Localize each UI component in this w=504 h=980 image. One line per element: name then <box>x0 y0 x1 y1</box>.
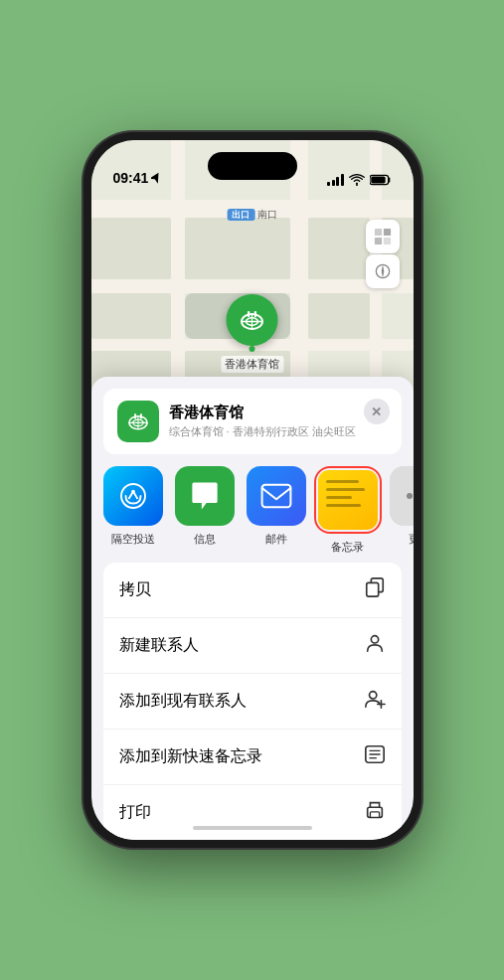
person-icon <box>364 632 386 659</box>
quick-note-label: 添加到新快速备忘录 <box>119 746 262 767</box>
airdrop-symbol <box>118 481 148 511</box>
svg-rect-17 <box>134 413 136 418</box>
svg-rect-18 <box>139 413 141 418</box>
share-row: 隔空投送 信息 <box>91 454 414 563</box>
add-contact-label: 添加到现有联系人 <box>119 691 247 712</box>
person-add-symbol <box>364 688 386 710</box>
new-contact-label: 新建联系人 <box>119 635 199 656</box>
share-mail[interactable]: 邮件 <box>247 466 306 547</box>
svg-rect-31 <box>370 812 379 818</box>
svg-rect-5 <box>383 238 390 245</box>
svg-rect-23 <box>366 582 378 596</box>
svg-rect-11 <box>248 311 250 317</box>
battery-icon <box>370 174 392 186</box>
share-more[interactable]: 更多 <box>390 466 414 547</box>
share-icons-container: 隔空投送 信息 <box>103 466 402 555</box>
exit-tag: 出口 <box>227 209 254 221</box>
pin-label: 香港体育馆 <box>221 356 283 373</box>
share-airdrop[interactable]: 隔空投送 <box>103 466 163 547</box>
status-icons <box>327 174 392 186</box>
person-symbol <box>364 632 386 654</box>
copy-symbol <box>364 576 386 598</box>
svg-point-20 <box>131 490 135 494</box>
map-label: 出口 南口 <box>227 208 277 222</box>
more-icon <box>390 466 414 526</box>
venue-info: 香港体育馆 综合体育馆 · 香港特别行政区 油尖旺区 <box>169 404 388 439</box>
note-symbol <box>364 743 386 765</box>
airdrop-icon <box>103 466 163 526</box>
venue-card: 香港体育馆 综合体育馆 · 香港特别行政区 油尖旺区 ✕ <box>103 389 402 454</box>
pin-dot <box>250 346 255 352</box>
stadium-pin[interactable]: 香港体育馆 <box>221 294 283 373</box>
pin-circle <box>227 294 278 346</box>
person-add-icon <box>364 688 386 715</box>
map-type-button[interactable] <box>366 220 400 253</box>
phone-frame: 09:41 <box>84 132 421 848</box>
messages-icon <box>175 466 235 526</box>
bottom-sheet: 香港体育馆 综合体育馆 · 香港特别行政区 油尖旺区 ✕ <box>91 377 414 840</box>
status-time: 09:41 <box>113 170 162 186</box>
map-controls <box>366 220 400 288</box>
svg-rect-4 <box>374 238 381 245</box>
action-print[interactable]: 打印 <box>103 785 402 840</box>
home-indicator <box>193 826 312 830</box>
venue-icon <box>117 401 159 442</box>
svg-rect-12 <box>254 311 256 317</box>
phone-screen: 09:41 <box>91 140 414 840</box>
messages-label: 信息 <box>194 532 216 547</box>
mail-label: 邮件 <box>265 532 287 547</box>
action-list: 拷贝 新建联系人 <box>103 563 402 840</box>
airdrop-label: 隔空投送 <box>111 532 155 547</box>
signal-icon <box>327 174 344 186</box>
notes-icon <box>318 470 378 530</box>
share-messages[interactable]: 信息 <box>175 466 235 547</box>
notes-label: 备忘录 <box>331 540 364 555</box>
venue-stadium-icon <box>125 408 151 434</box>
venue-description: 综合体育馆 · 香港特别行政区 油尖旺区 <box>169 424 388 439</box>
exit-label: 南口 <box>257 209 277 220</box>
action-quick-note[interactable]: 添加到新快速备忘录 <box>103 730 402 785</box>
svg-point-25 <box>369 692 376 699</box>
mail-icon <box>247 466 306 526</box>
action-new-contact[interactable]: 新建联系人 <box>103 618 402 674</box>
printer-icon <box>364 799 386 826</box>
notes-selected-border <box>314 466 382 534</box>
close-button[interactable]: ✕ <box>364 399 390 424</box>
svg-rect-21 <box>261 485 290 507</box>
time-display: 09:41 <box>113 170 149 186</box>
compass-icon <box>375 263 391 279</box>
svg-rect-3 <box>383 229 390 236</box>
svg-rect-1 <box>371 177 385 184</box>
print-label: 打印 <box>119 802 151 823</box>
mail-symbol <box>260 483 292 509</box>
svg-point-24 <box>371 636 378 643</box>
copy-icon <box>364 576 386 603</box>
dynamic-island <box>208 152 297 180</box>
more-dots <box>407 493 414 499</box>
more-label: 更多 <box>409 532 414 547</box>
map-type-icon <box>374 228 392 245</box>
location-arrow-icon <box>151 172 161 184</box>
location-button[interactable] <box>366 254 400 288</box>
messages-symbol <box>189 481 221 511</box>
action-add-contact[interactable]: 添加到现有联系人 <box>103 674 402 730</box>
wifi-icon <box>349 174 365 186</box>
printer-symbol <box>364 799 386 821</box>
stadium-icon <box>238 305 267 335</box>
action-copy[interactable]: 拷贝 <box>103 563 402 618</box>
svg-rect-2 <box>374 229 381 236</box>
share-notes[interactable]: 备忘录 <box>318 466 378 555</box>
note-icon <box>364 743 386 770</box>
copy-label: 拷贝 <box>119 579 151 600</box>
venue-name: 香港体育馆 <box>169 404 388 422</box>
